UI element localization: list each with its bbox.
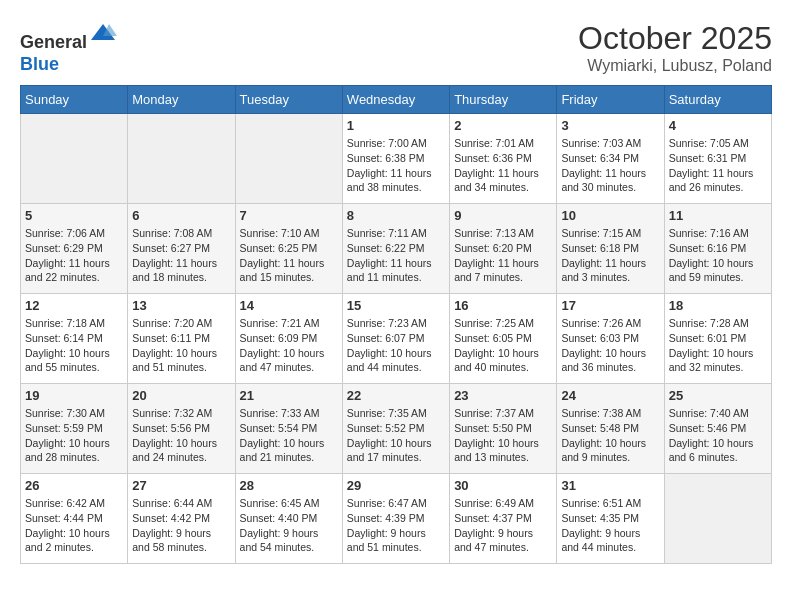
day-info: Sunrise: 7:37 AM Sunset: 5:50 PM Dayligh… bbox=[454, 406, 552, 465]
day-info: Sunrise: 7:18 AM Sunset: 6:14 PM Dayligh… bbox=[25, 316, 123, 375]
calendar-cell: 24Sunrise: 7:38 AM Sunset: 5:48 PM Dayli… bbox=[557, 384, 664, 474]
day-number: 16 bbox=[454, 298, 552, 313]
calendar-cell: 28Sunrise: 6:45 AM Sunset: 4:40 PM Dayli… bbox=[235, 474, 342, 564]
calendar-cell: 29Sunrise: 6:47 AM Sunset: 4:39 PM Dayli… bbox=[342, 474, 449, 564]
calendar-cell bbox=[664, 474, 771, 564]
day-info: Sunrise: 7:10 AM Sunset: 6:25 PM Dayligh… bbox=[240, 226, 338, 285]
location: Wymiarki, Lubusz, Poland bbox=[578, 57, 772, 75]
day-number: 9 bbox=[454, 208, 552, 223]
day-info: Sunrise: 6:47 AM Sunset: 4:39 PM Dayligh… bbox=[347, 496, 445, 555]
day-number: 4 bbox=[669, 118, 767, 133]
month-title: October 2025 bbox=[578, 20, 772, 57]
day-info: Sunrise: 7:05 AM Sunset: 6:31 PM Dayligh… bbox=[669, 136, 767, 195]
day-info: Sunrise: 7:01 AM Sunset: 6:36 PM Dayligh… bbox=[454, 136, 552, 195]
calendar-cell: 9Sunrise: 7:13 AM Sunset: 6:20 PM Daylig… bbox=[450, 204, 557, 294]
calendar-cell: 26Sunrise: 6:42 AM Sunset: 4:44 PM Dayli… bbox=[21, 474, 128, 564]
day-number: 8 bbox=[347, 208, 445, 223]
day-info: Sunrise: 7:33 AM Sunset: 5:54 PM Dayligh… bbox=[240, 406, 338, 465]
calendar-cell: 22Sunrise: 7:35 AM Sunset: 5:52 PM Dayli… bbox=[342, 384, 449, 474]
calendar-cell: 6Sunrise: 7:08 AM Sunset: 6:27 PM Daylig… bbox=[128, 204, 235, 294]
day-number: 19 bbox=[25, 388, 123, 403]
calendar-cell: 15Sunrise: 7:23 AM Sunset: 6:07 PM Dayli… bbox=[342, 294, 449, 384]
weekday-header: Wednesday bbox=[342, 86, 449, 114]
day-number: 28 bbox=[240, 478, 338, 493]
calendar-cell: 10Sunrise: 7:15 AM Sunset: 6:18 PM Dayli… bbox=[557, 204, 664, 294]
day-info: Sunrise: 7:13 AM Sunset: 6:20 PM Dayligh… bbox=[454, 226, 552, 285]
weekday-header: Monday bbox=[128, 86, 235, 114]
day-number: 12 bbox=[25, 298, 123, 313]
day-info: Sunrise: 7:28 AM Sunset: 6:01 PM Dayligh… bbox=[669, 316, 767, 375]
day-number: 29 bbox=[347, 478, 445, 493]
calendar-cell: 25Sunrise: 7:40 AM Sunset: 5:46 PM Dayli… bbox=[664, 384, 771, 474]
day-number: 1 bbox=[347, 118, 445, 133]
logo-general: General bbox=[20, 32, 87, 52]
day-info: Sunrise: 7:25 AM Sunset: 6:05 PM Dayligh… bbox=[454, 316, 552, 375]
day-info: Sunrise: 7:40 AM Sunset: 5:46 PM Dayligh… bbox=[669, 406, 767, 465]
day-number: 25 bbox=[669, 388, 767, 403]
day-info: Sunrise: 7:11 AM Sunset: 6:22 PM Dayligh… bbox=[347, 226, 445, 285]
calendar-cell bbox=[128, 114, 235, 204]
day-number: 10 bbox=[561, 208, 659, 223]
day-number: 13 bbox=[132, 298, 230, 313]
calendar-cell bbox=[235, 114, 342, 204]
calendar-cell: 17Sunrise: 7:26 AM Sunset: 6:03 PM Dayli… bbox=[557, 294, 664, 384]
calendar-cell: 5Sunrise: 7:06 AM Sunset: 6:29 PM Daylig… bbox=[21, 204, 128, 294]
calendar-cell: 21Sunrise: 7:33 AM Sunset: 5:54 PM Dayli… bbox=[235, 384, 342, 474]
day-info: Sunrise: 6:51 AM Sunset: 4:35 PM Dayligh… bbox=[561, 496, 659, 555]
calendar-cell: 4Sunrise: 7:05 AM Sunset: 6:31 PM Daylig… bbox=[664, 114, 771, 204]
calendar-cell: 2Sunrise: 7:01 AM Sunset: 6:36 PM Daylig… bbox=[450, 114, 557, 204]
day-number: 6 bbox=[132, 208, 230, 223]
day-number: 14 bbox=[240, 298, 338, 313]
day-number: 2 bbox=[454, 118, 552, 133]
day-info: Sunrise: 7:23 AM Sunset: 6:07 PM Dayligh… bbox=[347, 316, 445, 375]
weekday-header: Sunday bbox=[21, 86, 128, 114]
day-info: Sunrise: 7:08 AM Sunset: 6:27 PM Dayligh… bbox=[132, 226, 230, 285]
page-header: General Blue October 2025 Wymiarki, Lubu… bbox=[20, 20, 772, 75]
day-info: Sunrise: 7:15 AM Sunset: 6:18 PM Dayligh… bbox=[561, 226, 659, 285]
day-info: Sunrise: 7:38 AM Sunset: 5:48 PM Dayligh… bbox=[561, 406, 659, 465]
day-info: Sunrise: 7:16 AM Sunset: 6:16 PM Dayligh… bbox=[669, 226, 767, 285]
calendar-cell: 23Sunrise: 7:37 AM Sunset: 5:50 PM Dayli… bbox=[450, 384, 557, 474]
weekday-header: Saturday bbox=[664, 86, 771, 114]
calendar-cell: 30Sunrise: 6:49 AM Sunset: 4:37 PM Dayli… bbox=[450, 474, 557, 564]
day-info: Sunrise: 7:00 AM Sunset: 6:38 PM Dayligh… bbox=[347, 136, 445, 195]
calendar-cell: 16Sunrise: 7:25 AM Sunset: 6:05 PM Dayli… bbox=[450, 294, 557, 384]
day-info: Sunrise: 6:44 AM Sunset: 4:42 PM Dayligh… bbox=[132, 496, 230, 555]
calendar-cell: 7Sunrise: 7:10 AM Sunset: 6:25 PM Daylig… bbox=[235, 204, 342, 294]
day-info: Sunrise: 7:20 AM Sunset: 6:11 PM Dayligh… bbox=[132, 316, 230, 375]
day-number: 3 bbox=[561, 118, 659, 133]
day-number: 15 bbox=[347, 298, 445, 313]
calendar-cell: 13Sunrise: 7:20 AM Sunset: 6:11 PM Dayli… bbox=[128, 294, 235, 384]
calendar-cell: 31Sunrise: 6:51 AM Sunset: 4:35 PM Dayli… bbox=[557, 474, 664, 564]
calendar-cell: 11Sunrise: 7:16 AM Sunset: 6:16 PM Dayli… bbox=[664, 204, 771, 294]
day-info: Sunrise: 7:03 AM Sunset: 6:34 PM Dayligh… bbox=[561, 136, 659, 195]
logo-blue: Blue bbox=[20, 54, 59, 74]
weekday-header: Friday bbox=[557, 86, 664, 114]
weekday-header: Thursday bbox=[450, 86, 557, 114]
day-info: Sunrise: 7:26 AM Sunset: 6:03 PM Dayligh… bbox=[561, 316, 659, 375]
calendar-cell: 8Sunrise: 7:11 AM Sunset: 6:22 PM Daylig… bbox=[342, 204, 449, 294]
calendar-cell: 18Sunrise: 7:28 AM Sunset: 6:01 PM Dayli… bbox=[664, 294, 771, 384]
day-info: Sunrise: 7:21 AM Sunset: 6:09 PM Dayligh… bbox=[240, 316, 338, 375]
day-number: 22 bbox=[347, 388, 445, 403]
day-info: Sunrise: 7:35 AM Sunset: 5:52 PM Dayligh… bbox=[347, 406, 445, 465]
day-number: 11 bbox=[669, 208, 767, 223]
calendar-table: SundayMondayTuesdayWednesdayThursdayFrid… bbox=[20, 85, 772, 564]
weekday-header: Tuesday bbox=[235, 86, 342, 114]
day-number: 7 bbox=[240, 208, 338, 223]
day-number: 5 bbox=[25, 208, 123, 223]
day-number: 20 bbox=[132, 388, 230, 403]
calendar-cell: 3Sunrise: 7:03 AM Sunset: 6:34 PM Daylig… bbox=[557, 114, 664, 204]
day-number: 31 bbox=[561, 478, 659, 493]
day-number: 17 bbox=[561, 298, 659, 313]
calendar-cell: 27Sunrise: 6:44 AM Sunset: 4:42 PM Dayli… bbox=[128, 474, 235, 564]
day-number: 24 bbox=[561, 388, 659, 403]
calendar-cell: 20Sunrise: 7:32 AM Sunset: 5:56 PM Dayli… bbox=[128, 384, 235, 474]
day-info: Sunrise: 7:06 AM Sunset: 6:29 PM Dayligh… bbox=[25, 226, 123, 285]
calendar-cell: 19Sunrise: 7:30 AM Sunset: 5:59 PM Dayli… bbox=[21, 384, 128, 474]
day-number: 27 bbox=[132, 478, 230, 493]
day-info: Sunrise: 6:49 AM Sunset: 4:37 PM Dayligh… bbox=[454, 496, 552, 555]
logo: General Blue bbox=[20, 20, 117, 75]
title-block: October 2025 Wymiarki, Lubusz, Poland bbox=[578, 20, 772, 75]
day-info: Sunrise: 6:42 AM Sunset: 4:44 PM Dayligh… bbox=[25, 496, 123, 555]
